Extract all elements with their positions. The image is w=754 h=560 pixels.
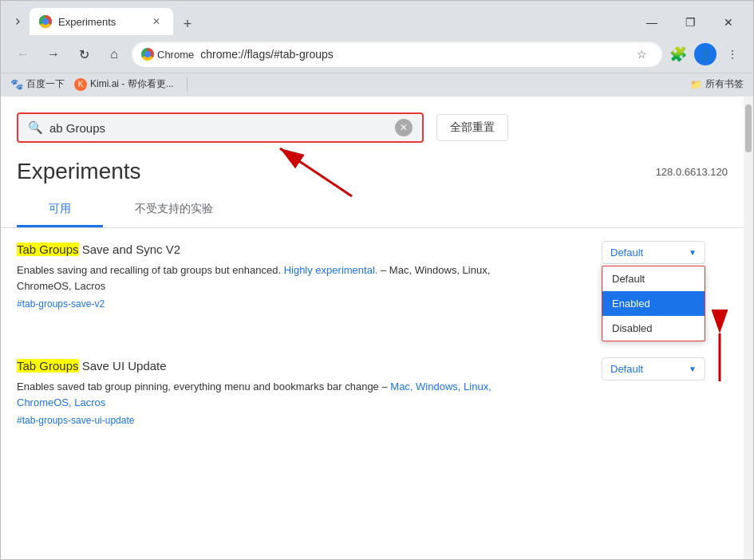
page-content: 🔍 ✕ 全部重置 [1, 97, 753, 559]
page-inner: 🔍 ✕ 全部重置 [1, 97, 744, 559]
toolbar: ← → ↻ ⌂ Chrome chrome://flags/#tab-group… [1, 36, 753, 73]
bookmarks-right: 📁 所有书签 [690, 77, 744, 91]
chrome-icon [141, 48, 154, 61]
tab-title: Experiments [58, 16, 146, 28]
extensions-button[interactable]: 🧩 [667, 43, 689, 65]
home-button[interactable]: ⌂ [101, 41, 127, 67]
active-tab[interactable]: Experiments ✕ [30, 8, 173, 35]
flag-1-dropdown-value: Default [610, 246, 643, 258]
new-tab-button[interactable]: + [176, 13, 199, 35]
bookmark-baidu[interactable]: 🐾 百度一下 [10, 77, 65, 91]
flags-tabs: 可用 不受支持的实验 [1, 192, 744, 228]
maximize-button[interactable]: ❐ [672, 10, 709, 34]
bookmarks-folder-icon: 📁 [690, 79, 702, 90]
flag-item-1: Tab Groups Save and Sync V2 Enables savi… [17, 241, 728, 310]
option-enabled[interactable]: Enabled [602, 291, 705, 316]
flag-1-title-highlight: Tab Groups [17, 243, 79, 256]
option-default[interactable]: Default [602, 266, 705, 291]
address-bar[interactable]: Chrome chrome://flags/#tab-groups ☆ [132, 41, 662, 67]
flag-2-title-highlight: Tab Groups [17, 359, 79, 373]
flag-1-desc-link[interactable]: Highly experimental. [284, 264, 378, 276]
tab-favicon [39, 15, 52, 28]
tab-available[interactable]: 可用 [17, 192, 103, 227]
tab-unavailable[interactable]: 不受支持的实验 [103, 192, 245, 227]
flag-1-title: Tab Groups Save and Sync V2 [17, 241, 511, 258]
flag-2-dropdown-button[interactable]: Default ▼ [602, 357, 705, 381]
reset-all-button[interactable]: 全部重置 [436, 114, 508, 141]
flag-2-desc: Enables saved tab group pinning, everyth… [17, 379, 495, 410]
flag-2-title: Tab Groups Save UI Update [17, 357, 511, 374]
flag-item-2: Tab Groups Save UI Update Enables saved … [17, 357, 728, 426]
flag-2-dropdown: Default ▼ [602, 357, 705, 381]
profile-button[interactable]: 👤 [694, 43, 716, 65]
flags-list: Tab Groups Save and Sync V2 Enables savi… [1, 228, 744, 458]
flag-1-dropdown-arrow: ▼ [689, 248, 697, 257]
flag-item-1-content: Tab Groups Save and Sync V2 Enables savi… [17, 241, 511, 310]
bookmarks-bar: 🐾 百度一下 K Kimi.ai - 帮你看更... 📁 所有书签 [1, 73, 753, 97]
flag-item-2-content: Tab Groups Save UI Update Enables saved … [17, 357, 511, 426]
flag-1-control: Default ▼ Default Enabled Disabled [602, 241, 705, 264]
chrome-favicon [39, 15, 52, 28]
bookmark-baidu-label: 百度一下 [26, 77, 65, 91]
bookmark-kimi[interactable]: K Kimi.ai - 帮你看更... [74, 77, 174, 91]
flag-1-dropdown: Default ▼ Default Enabled Disabled [602, 241, 705, 264]
browser-frame: Experiments ✕ + — ❐ ✕ ← → ↻ ⌂ Chrome chr… [0, 0, 754, 560]
flags-title: Experiments [17, 159, 656, 184]
flags-header: Experiments 128.0.6613.120 [1, 151, 744, 192]
flag-1-desc-text: Enables saving and recalling of tab grou… [17, 264, 284, 276]
flags-search-area: 🔍 ✕ 全部重置 [1, 97, 744, 151]
all-bookmarks-button[interactable]: 📁 所有书签 [690, 77, 744, 91]
close-button[interactable]: ✕ [710, 10, 747, 34]
flags-version: 128.0.6613.120 [656, 166, 728, 178]
tab-list: Experiments ✕ + [30, 8, 627, 35]
bookmark-star-button[interactable]: ☆ [630, 43, 653, 65]
back-button[interactable]: ← [10, 41, 36, 67]
flag-2-dropdown-arrow: ▼ [689, 365, 697, 373]
menu-button[interactable]: ⋮ [721, 43, 744, 65]
flag-1-link[interactable]: #tab-groups-save-v2 [17, 298, 511, 310]
scrollbar-thumb[interactable] [745, 105, 752, 152]
bookmark-kimi-label: Kimi.ai - 帮你看更... [90, 77, 174, 91]
search-icon: 🔍 [28, 120, 43, 135]
reload-button[interactable]: ↻ [71, 41, 97, 67]
all-bookmarks-label: 所有书签 [705, 77, 744, 91]
flag-item-2-row: Tab Groups Save UI Update Enables saved … [17, 357, 728, 426]
window-controls: — ❐ ✕ [634, 10, 747, 34]
flag-item-1-row: Tab Groups Save and Sync V2 Enables savi… [17, 241, 728, 310]
flag-1-title-rest: Save and Sync V2 [79, 243, 181, 256]
option-disabled[interactable]: Disabled [602, 316, 705, 341]
bookmarks-divider [187, 77, 188, 92]
address-text: chrome://flags/#tab-groups [200, 48, 624, 61]
flag-2-title-rest: Save UI Update [79, 359, 167, 373]
search-box[interactable]: 🔍 ✕ [17, 112, 424, 143]
address-chrome-logo: Chrome [141, 48, 194, 61]
tab-close-button[interactable]: ✕ [149, 14, 164, 29]
tab-list-arrow[interactable] [7, 10, 30, 33]
search-input[interactable] [49, 121, 395, 135]
flag-2-control: Default ▼ [602, 357, 705, 381]
scrollbar-track[interactable] [744, 97, 753, 559]
search-clear-button[interactable]: ✕ [395, 119, 413, 136]
forward-button[interactable]: → [41, 41, 66, 67]
title-bar: Experiments ✕ + — ❐ ✕ [1, 1, 753, 36]
flag-1-dropdown-button[interactable]: Default ▼ [602, 241, 705, 264]
flag-2-desc-text: Enables saved tab group pinning, everyth… [17, 381, 390, 392]
flag-1-dropdown-menu: Default Enabled Disabled [602, 266, 705, 341]
minimize-button[interactable]: — [634, 10, 670, 34]
flag-2-link[interactable]: #tab-groups-save-ui-update [17, 415, 511, 426]
flag-2-dropdown-value: Default [610, 363, 643, 375]
chrome-label: Chrome [157, 49, 194, 61]
flag-1-desc: Enables saving and recalling of tab grou… [17, 262, 495, 294]
